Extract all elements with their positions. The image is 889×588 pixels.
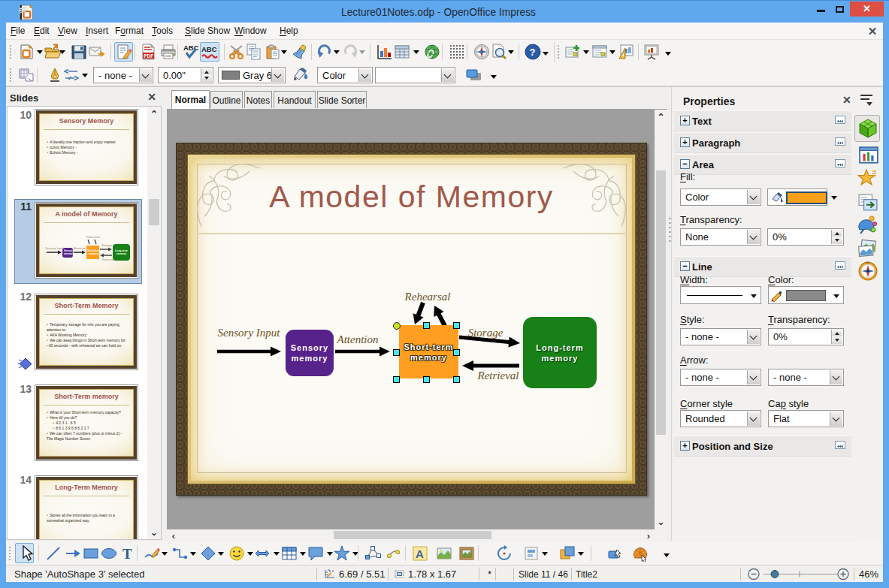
- svg-text:Attention: Attention: [74, 246, 86, 250]
- svg-text:memory: memory: [64, 252, 74, 255]
- svg-text:A: A: [416, 547, 424, 560]
- svg-text:Storage: Storage: [101, 243, 113, 247]
- svg-text:N: N: [866, 261, 869, 265]
- svg-text:ABC: ABC: [201, 45, 217, 53]
- svg-text:Sensory Input: Sensory Input: [45, 246, 65, 250]
- svg-text:?: ?: [530, 47, 536, 58]
- svg-text:memory: memory: [116, 252, 126, 255]
- svg-text:Rehearsal: Rehearsal: [86, 235, 100, 239]
- svg-text:Retrieval: Retrieval: [102, 258, 114, 261]
- svg-text:memory: memory: [89, 252, 98, 255]
- svg-text:T: T: [122, 546, 132, 562]
- svg-text:ABC: ABC: [183, 44, 199, 52]
- svg-text:PDF: PDF: [144, 53, 153, 59]
